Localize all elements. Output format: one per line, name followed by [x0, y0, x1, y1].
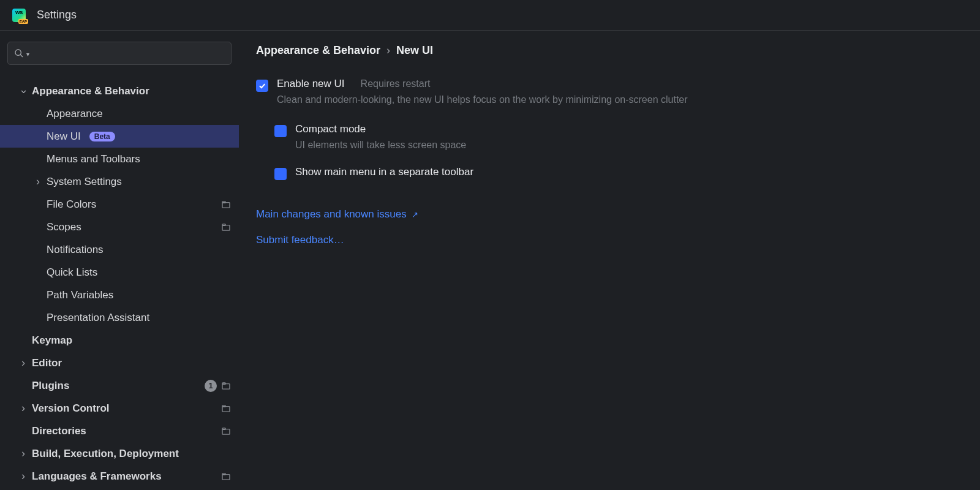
sidebar-item-label: Menus and Toolbars: [47, 153, 140, 165]
chevron-down-icon: ⌄: [15, 83, 32, 96]
sidebar-item-label: Quick Lists: [47, 266, 97, 279]
sidebar-item-scopes[interactable]: Scopes: [0, 216, 239, 238]
compact-mode-label: Compact mode: [295, 123, 366, 135]
per-project-icon: [222, 382, 230, 390]
sidebar-item-label: Plugins: [32, 380, 69, 392]
sidebar-item-file-colors[interactable]: File Colors: [0, 193, 239, 216]
sidebar-item-label: Presentation Assistant: [47, 312, 149, 324]
sidebar-item-plugins[interactable]: Plugins1: [0, 374, 239, 397]
chevron-right-icon: ›: [15, 356, 32, 369]
sidebar-item-notifications[interactable]: Notifications: [0, 238, 239, 261]
sidebar-item-label: Appearance & Behavior: [32, 85, 149, 97]
window-title: Settings: [37, 9, 77, 21]
sidebar-item-build-execution-deployment[interactable]: ›Build, Execution, Deployment: [0, 442, 239, 465]
breadcrumb-current: New UI: [396, 44, 433, 57]
sidebar-item-label: Version Control: [32, 402, 110, 415]
link-submit-feedback[interactable]: Submit feedback…: [256, 234, 963, 246]
sidebar-item-label: Path Variables: [47, 289, 113, 301]
settings-tree: ⌄Appearance & BehaviorAppearanceNew UIBe…: [0, 80, 239, 488]
app-icon: WS EAP: [12, 9, 26, 22]
sidebar-item-label: Editor: [32, 357, 62, 369]
link-main-changes[interactable]: Main changes and known issues ↗: [256, 208, 963, 221]
link-main-changes-label: Main changes and known issues: [256, 208, 407, 221]
per-project-icon: [222, 201, 230, 208]
svg-point-0: [15, 50, 21, 55]
settings-content: Appearance & Behavior › New UI Enable ne…: [239, 31, 980, 490]
per-project-icon: [222, 473, 230, 480]
enable-new-ui-checkbox[interactable]: [256, 80, 268, 92]
count-badge: 1: [205, 380, 217, 392]
enable-new-ui-label: Enable new UI: [277, 78, 345, 90]
sidebar-item-editor[interactable]: ›Editor: [0, 352, 239, 374]
settings-sidebar: ▾ ⌄Appearance & BehaviorAppearanceNew UI…: [0, 31, 239, 490]
sidebar-item-label: Directories: [32, 425, 86, 437]
sidebar-item-appearance-behavior[interactable]: ⌄Appearance & Behavior: [0, 80, 239, 102]
breadcrumb: Appearance & Behavior › New UI: [256, 44, 963, 57]
search-dropdown-icon[interactable]: ▾: [26, 51, 29, 58]
breadcrumb-separator: ›: [386, 44, 390, 57]
sidebar-item-label: New UI: [47, 130, 81, 143]
sidebar-item-system-settings[interactable]: ›System Settings: [0, 170, 239, 193]
app-icon-badge: EAP: [18, 19, 28, 24]
option-enable-new-ui: Enable new UI Requires restart Clean and…: [256, 78, 963, 107]
sidebar-item-label: File Colors: [47, 198, 96, 211]
sidebar-item-label: Build, Execution, Deployment: [32, 448, 179, 460]
sidebar-item-languages-frameworks[interactable]: ›Languages & Frameworks: [0, 465, 239, 488]
compact-mode-desc: UI elements will take less screen space: [295, 138, 466, 153]
enable-new-ui-hint: Requires restart: [361, 78, 431, 89]
sidebar-item-label: System Settings: [47, 176, 122, 188]
sidebar-item-menus-and-toolbars[interactable]: Menus and Toolbars: [0, 148, 239, 170]
chevron-right-icon: ›: [15, 470, 32, 483]
sidebar-item-presentation-assistant[interactable]: Presentation Assistant: [0, 306, 239, 329]
search-input[interactable]: [32, 48, 225, 59]
search-input-wrapper[interactable]: ▾: [7, 42, 232, 65]
link-submit-feedback-label: Submit feedback…: [256, 234, 344, 246]
option-compact-mode: Compact mode UI elements will take less …: [274, 123, 963, 153]
per-project-icon: [222, 405, 230, 412]
titlebar: WS EAP Settings: [0, 0, 980, 31]
chevron-right-icon: ›: [15, 402, 32, 415]
sidebar-item-label: Appearance: [47, 108, 103, 120]
sidebar-item-version-control[interactable]: ›Version Control: [0, 397, 239, 420]
sidebar-item-label: Scopes: [47, 221, 81, 233]
search-icon: [14, 48, 24, 58]
sidebar-item-quick-lists[interactable]: Quick Lists: [0, 261, 239, 284]
external-link-icon: ↗: [412, 210, 418, 219]
option-show-main-menu: Show main menu in a separate toolbar: [274, 166, 963, 180]
show-main-menu-label: Show main menu in a separate toolbar: [295, 166, 473, 178]
sidebar-item-directories[interactable]: Directories: [0, 420, 239, 442]
sidebar-item-appearance[interactable]: Appearance: [0, 102, 239, 125]
sidebar-item-new-ui[interactable]: New UIBeta: [0, 125, 239, 148]
check-icon: [258, 81, 266, 90]
chevron-right-icon: ›: [29, 175, 47, 188]
per-project-icon: [222, 428, 230, 435]
sidebar-item-label: Languages & Frameworks: [32, 470, 162, 483]
sidebar-item-label: Keymap: [32, 334, 72, 347]
sidebar-item-path-variables[interactable]: Path Variables: [0, 284, 239, 306]
svg-line-1: [20, 55, 23, 57]
show-main-menu-checkbox[interactable]: [274, 168, 287, 180]
breadcrumb-parent[interactable]: Appearance & Behavior: [256, 44, 380, 57]
sidebar-item-label: Notifications: [47, 244, 104, 256]
enable-new-ui-desc: Clean and modern-looking, the new UI hel…: [277, 92, 688, 107]
chevron-right-icon: ›: [15, 447, 32, 460]
app-icon-text: WS: [15, 10, 23, 15]
beta-badge: Beta: [89, 132, 115, 141]
compact-mode-checkbox[interactable]: [274, 125, 287, 137]
sidebar-item-keymap[interactable]: Keymap: [0, 329, 239, 352]
per-project-icon: [222, 224, 230, 231]
